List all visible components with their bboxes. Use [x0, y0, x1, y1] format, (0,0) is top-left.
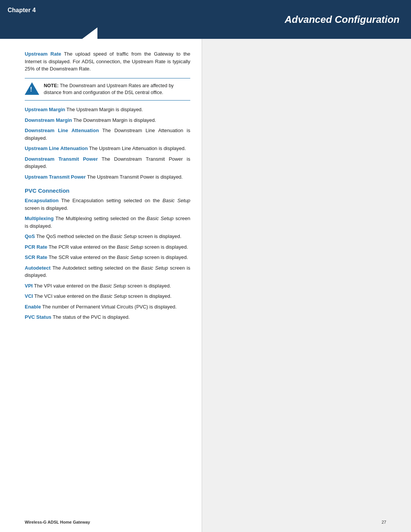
term-vpi: VPI: [25, 283, 33, 289]
downstream-margin-text: The Downstream Margin is displayed.: [73, 117, 156, 123]
scr-rate-italic: Basic Setup: [117, 254, 143, 260]
scr-rate-text1: The SCR value entered on the: [49, 254, 117, 260]
note-icon: [25, 82, 39, 96]
upstream-line-atten-para: Upstream Line Attenuation The Upstream L…: [25, 145, 190, 152]
qos-text1: The QoS method selected on the: [36, 233, 110, 239]
autodetect-text1: The Autodetect setting selected on the: [53, 265, 141, 271]
autodetect-italic: Basic Setup: [141, 265, 168, 271]
chapter-label: Chapter 4: [8, 7, 36, 14]
main-content: Upstream Rate The upload speed of traffi…: [0, 39, 202, 532]
note-box: NOTE: The Downstream and Upstream Rates …: [25, 78, 190, 101]
vpi-para: VPI The VPI value entered on the Basic S…: [25, 282, 190, 290]
encapsulation-para: Encapsulation The Encapsulation setting …: [25, 197, 190, 212]
encapsulation-text2: screen is displayed.: [25, 205, 68, 211]
vci-italic: Basic Setup: [100, 293, 127, 299]
pvc-status-text: The status of the PVC is displayed.: [53, 314, 129, 320]
encapsulation-text1: The Encapsulation setting selected on th…: [61, 198, 162, 203]
downstream-margin-para: Downstream Margin The Downstream Margin …: [25, 117, 190, 124]
pcr-rate-para: PCR Rate The PCR value entered on the Ba…: [25, 243, 190, 251]
scr-rate-para: SCR Rate The SCR value entered on the Ba…: [25, 254, 190, 261]
qos-para: QoS The QoS method selected on the Basic…: [25, 233, 190, 240]
vci-text1: The VCI value entered on the: [34, 293, 100, 299]
pvc-section-heading: PVC Connection: [25, 187, 190, 194]
upstream-line-atten-text: The Upstream Line Attenuation is display…: [89, 145, 186, 151]
term-pvc-status: PVC Status: [25, 314, 51, 320]
term-downstream-line-atten: Downstream Line Attenuation: [25, 128, 99, 133]
upstream-tx-power-para: Upstream Transmit Power The Upstream Tra…: [25, 173, 190, 181]
term-upstream-line-atten: Upstream Line Attenuation: [25, 145, 88, 151]
term-downstream-tx-power: Downstream Transmit Power: [25, 156, 98, 162]
term-multiplexing: Multiplexing: [25, 216, 54, 221]
term-qos: QoS: [25, 233, 35, 239]
vci-text2: screen is displayed.: [127, 293, 172, 299]
upstream-margin-text: The Upstream Margin is displayed.: [67, 107, 143, 112]
upstream-tx-power-text: The Upstream Transmit Power is displayed…: [87, 174, 183, 180]
note-text-body: The Downstream and Upstream Rates are af…: [44, 83, 174, 96]
term-upstream-margin: Upstream Margin: [25, 107, 65, 112]
footer-product-name: Wireless-G ADSL Home Gateway: [25, 520, 90, 524]
chapter-label-block: Chapter 4: [0, 0, 97, 39]
right-sidebar: [202, 39, 411, 532]
multiplexing-italic: Basic Setup: [147, 216, 174, 221]
autodetect-para: Autodetect The Autodetect setting select…: [25, 264, 190, 279]
pcr-rate-text2: screen is displayed.: [143, 244, 188, 250]
term-vci: VCI: [25, 293, 33, 299]
pcr-rate-italic: Basic Setup: [117, 244, 143, 250]
term-enable: Enable: [25, 304, 41, 310]
term-autodetect: Autodetect: [25, 265, 51, 271]
enable-para: Enable The number of Permanent Virtual C…: [25, 303, 190, 311]
footer-page-number: 27: [382, 520, 386, 524]
vpi-text1: The VPI value entered on the: [34, 283, 100, 289]
term-encapsulation: Encapsulation: [25, 198, 59, 203]
term-pcr-rate: PCR Rate: [25, 244, 47, 250]
term-upstream-tx-power: Upstream Transmit Power: [25, 174, 86, 180]
vci-para: VCI The VCI value entered on the Basic S…: [25, 292, 190, 300]
page-header: Chapter 4 Advanced Configuration: [0, 0, 411, 39]
enable-text: The number of Permanent Virtual Circuits…: [42, 304, 177, 310]
encapsulation-italic: Basic Setup: [162, 198, 190, 203]
qos-italic: Basic Setup: [110, 233, 137, 239]
pcr-rate-text1: The PCR value entered on the: [49, 244, 117, 250]
page-title: Advanced Configuration: [285, 14, 400, 26]
term-downstream-margin: Downstream Margin: [25, 117, 72, 123]
scr-rate-text2: screen is displayed.: [143, 254, 188, 260]
header-title-block: Advanced Configuration: [97, 0, 411, 39]
content-wrapper: Upstream Rate The upload speed of traffi…: [0, 39, 411, 532]
page-footer: Wireless-G ADSL Home Gateway 27: [0, 520, 411, 524]
downstream-line-atten-para: Downstream Line Attenuation The Downstre…: [25, 127, 190, 142]
vpi-text2: screen is displayed.: [126, 283, 171, 289]
multiplexing-text1: The Multiplexing setting selected on the: [56, 216, 147, 221]
note-content: NOTE: The Downstream and Upstream Rates …: [44, 82, 190, 97]
vpi-italic: Basic Setup: [100, 283, 126, 289]
upstream-rate-para: Upstream Rate The upload speed of traffi…: [25, 50, 190, 73]
qos-text2: screen is displayed.: [137, 233, 182, 239]
term-upstream-rate: Upstream Rate: [25, 51, 61, 57]
upstream-margin-para: Upstream Margin The Upstream Margin is d…: [25, 106, 190, 113]
multiplexing-para: Multiplexing The Multiplexing setting se…: [25, 215, 190, 230]
term-scr-rate: SCR Rate: [25, 254, 47, 260]
note-label: NOTE:: [44, 83, 59, 88]
downstream-tx-power-para: Downstream Transmit Power The Downstream…: [25, 155, 190, 170]
pvc-status-para: PVC Status The status of the PVC is disp…: [25, 313, 190, 321]
warning-triangle-icon: [25, 82, 39, 95]
